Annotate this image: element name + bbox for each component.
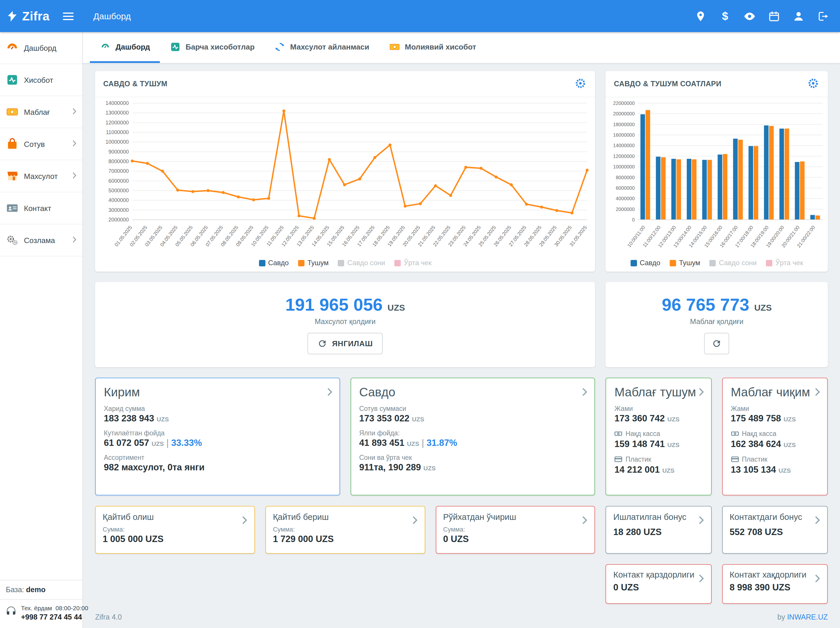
logout-icon[interactable] <box>813 6 833 26</box>
tab-product-turnover[interactable]: Махсулот айланмаси <box>265 32 379 63</box>
chevron-right-icon[interactable] <box>698 574 704 585</box>
svg-text:9000000: 9000000 <box>109 149 129 155</box>
currency-dollar-icon[interactable]: $ <box>715 6 735 26</box>
legend-item[interactable]: Тушум <box>298 259 329 267</box>
svg-text:0: 0 <box>632 217 635 223</box>
chevron-right-icon[interactable] <box>815 516 820 527</box>
contact-bonus-card[interactable]: Контактдаги бонус 552 708 UZS <box>722 506 828 554</box>
money-in-card[interactable]: Маблағ тушум Жами 173 360 742 UZS Нақд к… <box>606 378 712 496</box>
kirim-card[interactable]: Кирим Харид сумма 183 238 943 UZS Кутила… <box>95 378 340 496</box>
tab-dashboard[interactable]: Дашборд <box>90 32 160 63</box>
inware-link[interactable]: INWARE.UZ <box>787 613 828 621</box>
legend-item[interactable]: Ўрта чек <box>395 259 432 267</box>
used-bonus-card[interactable]: Ишлатилган бонус 18 280 UZS <box>606 506 712 554</box>
product-balance-value: 191 965 056 UZS <box>285 295 405 315</box>
svg-text:22000000: 22000000 <box>613 101 635 106</box>
return-take-card[interactable]: Қайтиб олиш Сумма: 1 005 000 UZS <box>95 506 255 554</box>
sidebar-item-settings[interactable]: Созлама <box>0 224 82 257</box>
circular-arrows-icon <box>275 41 286 52</box>
chevron-right-icon[interactable] <box>698 387 704 399</box>
legend-item[interactable]: Ўрта чек <box>766 259 803 267</box>
chart-settings-gear-icon[interactable] <box>807 77 819 90</box>
svg-text:8000000: 8000000 <box>616 175 635 180</box>
sales-bag-icon <box>6 137 19 150</box>
menu-toggle-button[interactable] <box>60 7 77 25</box>
sidebar-item-contact[interactable]: Контакт <box>0 192 82 224</box>
chevron-right-icon[interactable] <box>327 387 332 399</box>
credits: by INWARE.UZ <box>777 613 828 621</box>
sidebar-item-report[interactable]: Хисобот <box>0 64 82 96</box>
svg-text:4000000: 4000000 <box>109 197 129 203</box>
credit-card-icon <box>731 455 739 463</box>
card-title: Контактдаги бонус <box>729 512 820 522</box>
contact-credit-card[interactable]: Контакт хақдорлиги 8 998 390 UZS <box>722 564 828 604</box>
chart-title: САВДО & ТУШУМ СОАТЛАРИ <box>614 80 721 88</box>
sidebar-item-sales[interactable]: Сотув <box>0 128 82 160</box>
app-version: Zifra 4.0 <box>95 613 122 621</box>
eye-icon[interactable] <box>740 6 759 26</box>
grid-spacer <box>95 564 595 565</box>
sidebar: Дашборд Хисобот Маблағ <box>0 32 83 628</box>
sidebar-item-label: Сотув <box>24 140 45 148</box>
dashboard-content: САВДО & ТУШУМ 20000003000000400000050000… <box>83 63 840 604</box>
tab-all-reports[interactable]: Барча хисоботлар <box>160 32 265 63</box>
zifra-logo[interactable]: Zifra <box>6 9 50 23</box>
svg-text:14000000: 14000000 <box>613 143 635 148</box>
account-icon[interactable] <box>789 6 808 26</box>
chevron-right-icon[interactable] <box>583 516 588 527</box>
svg-text:6000000: 6000000 <box>109 178 129 184</box>
chevron-right-icon[interactable] <box>242 516 247 527</box>
hourly-bar-chart[interactable]: 0200000040000006000000800000010000000120… <box>608 99 826 255</box>
calendar-icon[interactable] <box>764 6 784 26</box>
chevron-right-icon[interactable] <box>583 387 588 399</box>
svg-text:16000000: 16000000 <box>613 132 635 138</box>
refresh-money-button[interactable] <box>704 333 729 354</box>
legend-item[interactable]: Савдо сони <box>338 259 385 267</box>
svg-text:3000000: 3000000 <box>109 207 129 213</box>
sidebar-item-money[interactable]: Маблағ <box>0 96 82 128</box>
svg-text:5000000: 5000000 <box>109 188 129 194</box>
return-give-card[interactable]: Қайтиб бериш Сумма: 1 729 000 UZS <box>265 506 425 554</box>
svg-text:18000000: 18000000 <box>613 122 635 127</box>
chevron-right-icon[interactable] <box>412 516 417 527</box>
sidebar-nav: Дашборд Хисобот Маблағ <box>0 32 82 580</box>
product-balance-card: 191 965 056 UZS Махсулот қолдиғи ЯНГИЛАШ <box>95 282 595 367</box>
brand-zone: Zifra <box>0 7 83 25</box>
svg-text:2000000: 2000000 <box>616 206 635 212</box>
support-phone[interactable]: +998 77 274 45 44 <box>21 613 77 621</box>
contact-debt-card[interactable]: Контакт қарздорлиги 0 UZS <box>606 564 712 604</box>
money-out-card[interactable]: Маблағ чиқим Жами 175 489 758 UZS Нақд к… <box>722 378 828 496</box>
support-block: Тех. ёрдам 08:00-20:00 +998 77 274 45 44 <box>0 599 82 628</box>
sales-line-chart[interactable]: 2000000300000040000005000000600000070000… <box>98 99 593 255</box>
sidebar-item-product[interactable]: Махсулот <box>0 160 82 192</box>
chart-settings-gear-icon[interactable] <box>574 77 587 90</box>
card-title: Қайтиб бериш <box>273 512 418 522</box>
card-value: 0 UZS <box>613 582 704 593</box>
svg-text:7000000: 7000000 <box>109 168 129 174</box>
refresh-products-button[interactable]: ЯНГИЛАШ <box>308 333 383 354</box>
chevron-right-icon[interactable] <box>815 387 820 399</box>
location-pin-icon[interactable] <box>691 6 711 26</box>
legend-item[interactable]: Тушум <box>669 259 700 267</box>
legend-label: Тушум <box>679 259 700 267</box>
legend-item[interactable]: Савдо сони <box>710 259 757 267</box>
svg-text:2000000: 2000000 <box>109 217 129 223</box>
svg-text:8000000: 8000000 <box>109 159 129 164</box>
chevron-right-icon[interactable] <box>815 574 820 585</box>
writeoff-card[interactable]: Рўйхатдан ўчириш Сумма: 0 UZS <box>436 506 595 554</box>
chevron-right-icon[interactable] <box>698 516 704 527</box>
card-title: Контакт хақдорлиги <box>729 570 820 579</box>
brand-name: Zifra <box>22 9 50 23</box>
tab-financial-report[interactable]: Молиявий хисобот <box>379 32 486 63</box>
legend-item[interactable]: Савдо <box>259 259 289 267</box>
refresh-icon <box>317 338 328 349</box>
svg-text:13000000: 13000000 <box>106 110 129 116</box>
sidebar-item-dashboard[interactable]: Дашборд <box>0 32 82 64</box>
card-value: 8 998 390 UZS <box>729 582 820 593</box>
sidebar-item-label: Дашборд <box>24 43 56 52</box>
svg-text:11000000: 11000000 <box>106 129 129 135</box>
card-value: 18 280 UZS <box>613 527 704 537</box>
legend-item[interactable]: Савдо <box>630 259 660 267</box>
topbar-actions: $ <box>691 6 840 26</box>
savdo-card[interactable]: Савдо Сотув суммаси 173 353 022 UZS Ялпи… <box>350 378 595 496</box>
